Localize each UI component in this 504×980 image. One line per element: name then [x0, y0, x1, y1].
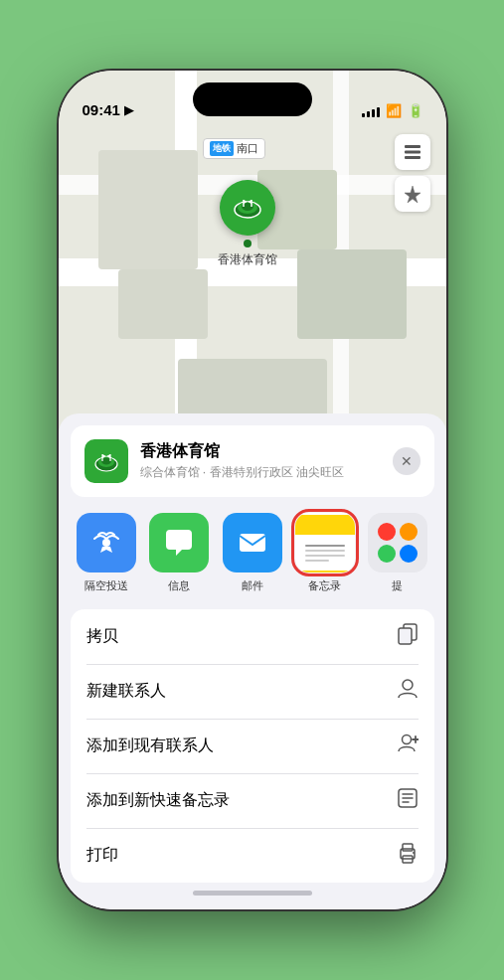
share-messages[interactable]: 信息: [143, 513, 216, 593]
bottom-sheet: 香港体育馆 综合体育馆 · 香港特别行政区 油尖旺区 ✕: [59, 413, 446, 909]
south-gate-text: 南口: [237, 141, 258, 156]
battery-icon: 🔋: [408, 103, 422, 118]
svg-point-21: [403, 680, 413, 690]
quick-note-icon: [397, 787, 419, 814]
messages-icon: [149, 513, 209, 572]
messages-label: 信息: [168, 578, 190, 593]
map-controls: [395, 134, 430, 212]
signal-bars: [362, 105, 380, 117]
more-icon: [368, 513, 427, 572]
more-label: 提: [392, 578, 403, 593]
venue-icon: [84, 439, 128, 483]
svg-rect-31: [403, 844, 413, 851]
svg-rect-18: [240, 534, 265, 552]
airdrop-icon: [77, 513, 136, 572]
home-indicator: [193, 891, 312, 896]
new-contact-label: 新建联系人: [86, 681, 397, 702]
mail-icon: [223, 513, 282, 572]
venue-pin: 香港体育馆: [218, 180, 277, 268]
pin-dot: [244, 240, 252, 247]
svg-rect-0: [405, 145, 420, 148]
status-icons: 📶 🔋: [362, 103, 422, 118]
close-button[interactable]: ✕: [393, 447, 420, 475]
action-quick-note[interactable]: 添加到新快速备忘录: [71, 773, 434, 828]
status-time: 09:41 ▶: [83, 101, 133, 118]
add-existing-label: 添加到现有联系人: [86, 735, 397, 756]
dynamic-island: [193, 82, 312, 116]
airdrop-label: 隔空投送: [84, 578, 128, 593]
share-more[interactable]: 提: [361, 513, 433, 593]
share-airdrop[interactable]: 隔空投送: [71, 513, 143, 593]
new-contact-icon: [397, 678, 419, 705]
share-row: 隔空投送 信息: [59, 497, 446, 601]
print-label: 打印: [86, 845, 397, 866]
action-new-contact[interactable]: 新建联系人: [71, 664, 434, 719]
phone-frame: 09:41 ▶ 📶 🔋: [59, 71, 446, 909]
phone-screen: 09:41 ▶ 📶 🔋: [59, 71, 446, 909]
mail-label: 邮件: [242, 578, 263, 593]
venue-info: 香港体育馆 综合体育馆 · 香港特别行政区 油尖旺区: [140, 441, 393, 481]
time-display: 09:41: [83, 101, 120, 118]
venue-subtitle: 综合体育馆 · 香港特别行政区 油尖旺区: [140, 464, 393, 481]
notes-label: 备忘录: [308, 578, 341, 593]
action-list: 拷贝 新建联系人: [71, 609, 434, 883]
pin-label: 香港体育馆: [218, 251, 277, 268]
map-south-gate-label: 地铁 南口: [203, 138, 265, 159]
pin-circle: [220, 180, 275, 236]
svg-rect-20: [399, 628, 412, 644]
share-mail[interactable]: 邮件: [216, 513, 288, 593]
map-layers-button[interactable]: [395, 134, 430, 170]
svg-point-32: [413, 852, 415, 854]
svg-rect-1: [405, 151, 420, 154]
copy-label: 拷贝: [86, 626, 397, 647]
notes-icon: [295, 513, 355, 572]
add-existing-icon: [397, 733, 419, 759]
wifi-icon: 📶: [386, 103, 402, 118]
metro-badge: 地铁: [210, 141, 234, 156]
venue-card: 香港体育馆 综合体育馆 · 香港特别行政区 油尖旺区 ✕: [71, 425, 434, 497]
svg-point-17: [102, 539, 110, 547]
svg-point-22: [402, 735, 411, 744]
notes-selected-wrapper: [295, 513, 355, 572]
venue-name: 香港体育馆: [140, 441, 393, 462]
action-add-existing[interactable]: 添加到现有联系人: [71, 719, 434, 773]
copy-icon: [397, 623, 419, 650]
share-notes[interactable]: 备忘录: [288, 513, 361, 593]
quick-note-label: 添加到新快速备忘录: [86, 790, 397, 811]
svg-rect-2: [405, 156, 420, 159]
action-copy[interactable]: 拷贝: [71, 609, 434, 664]
print-icon: [397, 842, 419, 869]
location-button[interactable]: [395, 176, 430, 212]
location-icon: ▶: [124, 103, 133, 117]
action-print[interactable]: 打印: [71, 828, 434, 883]
